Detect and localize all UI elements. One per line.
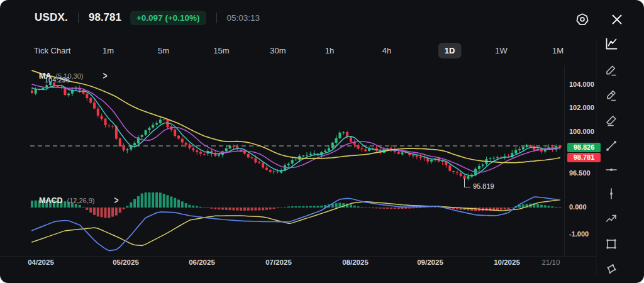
close-icon[interactable] (609, 12, 625, 27)
time-axis-apr: 04/2025 (28, 258, 54, 266)
session-clock: 05:03:13 (227, 13, 260, 23)
last-price: 98.781 (89, 11, 121, 24)
time-axis-sep: 09/2025 (417, 258, 443, 266)
timeframe-tabbar: Tick Chart 1m 5m 15m 30m 1h 4h 1D 1W 1M (0, 39, 596, 63)
macd-params: (12,26,9) (67, 197, 95, 204)
tab-5m[interactable]: 5m (152, 43, 175, 58)
trading-app-window: USDX. 98.781 +0.097 (+0.10%) 05:03:13 Ti… (0, 0, 644, 283)
horizontal-line-icon[interactable] (604, 162, 619, 177)
price-axis-104: 104.000 (569, 80, 594, 88)
settings-icon[interactable] (575, 12, 590, 27)
macd-label: MACD (39, 196, 63, 205)
price-axis-96-5: 96.500 (569, 169, 591, 177)
ask-price-badge: 98.826 (567, 143, 601, 152)
low-price-marker: 95.819 (473, 182, 494, 190)
time-axis-may: 05/2025 (113, 258, 139, 266)
line-chart-icon[interactable] (604, 36, 619, 52)
time-axis-oct: 10/2025 (494, 258, 520, 266)
polygon-icon[interactable] (604, 262, 619, 277)
symbol-title: USDX. (35, 11, 68, 24)
arrow-mark-icon[interactable] (604, 211, 619, 226)
tab-30m[interactable]: 30m (264, 43, 292, 58)
tab-1w[interactable]: 1W (489, 43, 514, 58)
macd-axis-0: 0.000 (569, 203, 587, 211)
price-axis-100: 100.000 (569, 128, 594, 135)
tab-tick-chart[interactable]: Tick Chart (28, 43, 77, 58)
time-axis-jul: 07/2025 (265, 258, 292, 266)
low-marker-connector (464, 179, 470, 187)
price-axis-102: 102.000 (569, 104, 594, 111)
trend-line-icon[interactable] (604, 138, 619, 153)
chevron-right-icon[interactable]: > (103, 70, 107, 82)
pencil-icon[interactable] (604, 63, 619, 78)
tab-1m-month[interactable]: 1M (546, 43, 570, 58)
price-change-badge: +0.097 (+0.10%) (130, 11, 206, 25)
tab-1h[interactable]: 1h (319, 43, 340, 58)
tab-15m[interactable]: 15m (207, 43, 235, 58)
tab-4h[interactable]: 4h (376, 43, 397, 58)
tab-1d[interactable]: 1D (438, 43, 462, 58)
macd-axis-neg1: -1.000 (569, 230, 589, 238)
macd-indicator-legend[interactable]: MACD (12,26,9) > (39, 196, 119, 205)
time-axis-jun: 06/2025 (189, 258, 215, 266)
header-divider (78, 13, 79, 23)
chevron-right-icon[interactable]: > (114, 195, 119, 207)
header-divider (216, 13, 217, 23)
high-price-marker: 104.296 (45, 76, 70, 84)
time-axis-aug: 08/2025 (342, 258, 369, 266)
tab-1m[interactable]: 1m (96, 43, 120, 58)
eraser-icon[interactable] (604, 113, 619, 128)
highlighter-icon[interactable] (604, 88, 619, 103)
last-price-badge: 98.781 (567, 153, 601, 162)
rectangle-icon[interactable] (604, 236, 619, 252)
header: USDX. 98.781 +0.097 (+0.10%) 05:03:13 (0, 0, 644, 35)
time-axis-current-day: 21/10 (542, 258, 560, 266)
vertical-line-icon[interactable] (604, 186, 619, 201)
